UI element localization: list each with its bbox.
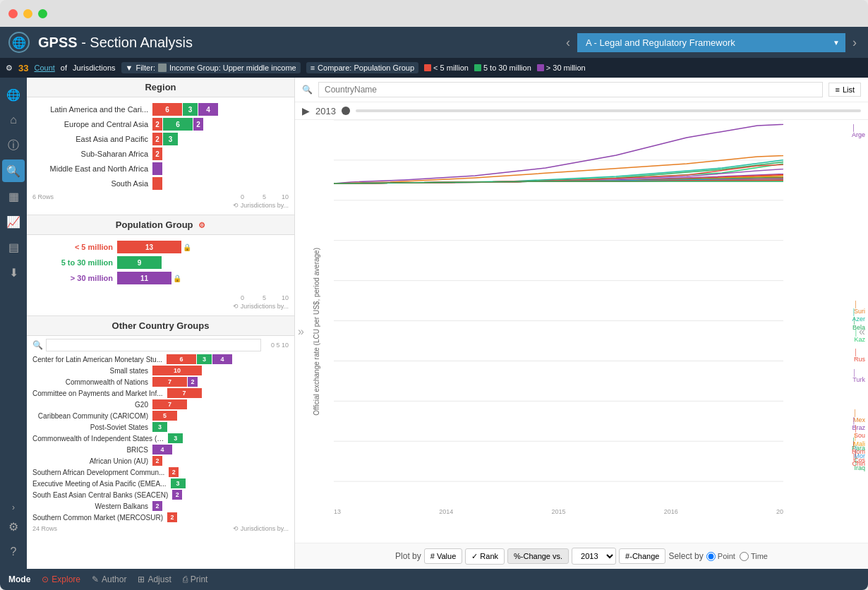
other-bars-1[interactable]: 10 (152, 366, 202, 375)
other-bars-13[interactable]: 2 (152, 501, 162, 511)
other-bar[interactable]: 7 (167, 388, 202, 398)
bar-segment[interactable] (152, 162, 162, 175)
other-bars-3[interactable]: 7 (167, 388, 202, 398)
sidebar-expand-toggle[interactable]: › (12, 502, 15, 512)
other-bar[interactable]: 2 (152, 456, 162, 466)
other-bars-4[interactable]: 7 (152, 399, 187, 409)
sidebar-icon-globe[interactable]: 🌐 (2, 83, 25, 106)
other-bar[interactable]: 2 (169, 467, 179, 477)
bar-segment[interactable]: 2 (193, 118, 203, 131)
other-bars-2[interactable]: 7 2 (152, 377, 198, 387)
bar-segment[interactable]: 6 (163, 118, 193, 131)
section-select-wrap[interactable]: A - Legal and Regulatory Framework (577, 33, 845, 52)
other-bar[interactable]: 6 (167, 354, 196, 364)
other-bar[interactable]: 3 (152, 422, 167, 432)
other-bar[interactable]: 2 (188, 377, 198, 387)
radio-time-input[interactable] (740, 552, 749, 561)
bar-segment[interactable]: 3 (163, 133, 178, 145)
bar-segment[interactable] (152, 177, 162, 190)
region-bars-1[interactable]: 2 6 2 (152, 118, 203, 131)
other-bar[interactable]: 7 (152, 399, 187, 409)
play-button[interactable]: ▶ (302, 105, 310, 116)
other-bar[interactable]: 10 (152, 366, 202, 375)
count-link[interactable]: Count (34, 64, 54, 72)
sidebar-icon-search[interactable]: 🔍 (2, 159, 25, 182)
other-bars-12[interactable]: 2 (172, 490, 182, 500)
sidebar-icon-chart-bar[interactable]: ▦ (2, 185, 25, 207)
other-bar[interactable]: 7 (152, 377, 187, 387)
maximize-button[interactable] (38, 9, 47, 18)
other-bars-11[interactable]: 3 (171, 478, 186, 488)
other-bar[interactable]: 4 (152, 445, 172, 454)
next-section-button[interactable]: › (850, 35, 860, 50)
pop-settings-icon[interactable]: ⚙ (198, 221, 205, 229)
bar-segment[interactable]: 6 (152, 103, 182, 116)
other-bars-0[interactable]: 6 3 4 (167, 354, 232, 364)
pct-change-button[interactable]: %-Change vs. (507, 548, 569, 564)
bar-segment[interactable]: 3 (183, 103, 198, 116)
select-by-radio-group: Point Time (706, 552, 768, 561)
bar-segment[interactable]: 2 (152, 148, 162, 160)
sidebar-icon-chart-line[interactable]: 📈 (2, 210, 25, 233)
sidebar-icon-table[interactable]: ▤ (2, 236, 25, 258)
other-bar[interactable]: 2 (167, 512, 177, 522)
other-bar[interactable]: 2 (152, 501, 162, 511)
other-bars-9[interactable]: 2 (152, 456, 162, 466)
pop-bar-small[interactable]: 13 (117, 241, 181, 253)
other-bar[interactable]: 3 (168, 433, 183, 443)
radio-point-input[interactable] (706, 552, 716, 561)
other-bars-8[interactable]: 4 (152, 445, 172, 454)
minimize-button[interactable] (23, 9, 32, 18)
sidebar-icon-info[interactable]: ⓘ (2, 134, 25, 157)
pop-bar-large[interactable]: 11 (117, 272, 171, 284)
print-mode-button[interactable]: ⎙ Print (183, 574, 208, 584)
other-bar[interactable]: 5 (152, 411, 177, 421)
author-mode-button[interactable]: ✎ Author (92, 574, 126, 584)
sidebar-icon-settings[interactable]: ⚙ (2, 515, 25, 538)
value-button[interactable]: # Value (424, 548, 463, 564)
other-bars-5[interactable]: 5 (152, 411, 177, 421)
section-select[interactable]: A - Legal and Regulatory Framework (577, 33, 845, 52)
y-axis-label: Official exchange rate (LCU per US$, per… (313, 248, 320, 416)
list-item: Southern African Development Commun... 2 (32, 467, 289, 477)
other-bars-14[interactable]: 2 (167, 512, 177, 522)
pop-bars-small: 13 🔒 (117, 241, 289, 253)
radio-time[interactable]: Time (740, 552, 768, 561)
country-search-input[interactable] (318, 82, 823, 97)
bar-segment[interactable]: 2 (152, 118, 162, 131)
region-bars-5[interactable] (152, 177, 162, 190)
chart-scroll-left-icon[interactable]: » (295, 323, 307, 341)
list-button[interactable]: ≡ List (828, 83, 861, 97)
other-search-input[interactable] (46, 339, 261, 351)
radio-point[interactable]: Point (706, 552, 735, 561)
other-bar[interactable]: 3 (171, 478, 186, 488)
adjust-mode-button[interactable]: ⊞ Adjust (138, 574, 171, 584)
explore-mode-button[interactable]: ⊙ Explore (42, 574, 80, 584)
region-bars-2[interactable]: 2 3 (152, 133, 178, 145)
region-bars-0[interactable]: 6 3 4 (152, 103, 218, 116)
region-bars-4[interactable] (152, 162, 162, 175)
other-bar[interactable]: 2 (172, 490, 182, 500)
region-bars-3[interactable]: 2 (152, 148, 162, 160)
other-bar[interactable]: 4 (212, 354, 232, 364)
bar-segment[interactable]: 4 (198, 103, 218, 116)
bar-segment[interactable]: 2 (152, 133, 162, 145)
sidebar-icon-download[interactable]: ⬇ (2, 261, 25, 284)
other-bars-6[interactable]: 3 (152, 422, 167, 432)
timeline-dot[interactable] (342, 107, 350, 115)
pop-lock-icon-large[interactable]: 🔒 (173, 275, 181, 282)
sidebar-icon-home[interactable]: ⌂ (2, 109, 25, 131)
other-bar[interactable]: 3 (197, 354, 212, 364)
timeline-track[interactable] (356, 109, 861, 112)
chart-scroll-right-icon[interactable]: « (856, 323, 868, 341)
rank-button[interactable]: ✓ Rank (465, 548, 505, 565)
other-bars-7[interactable]: 3 (168, 433, 183, 443)
close-button[interactable] (8, 9, 18, 18)
hash-change-button[interactable]: #-Change (619, 548, 665, 564)
pop-lock-icon-small[interactable]: 🔒 (183, 243, 191, 251)
year-select[interactable]: 2013 (572, 548, 616, 565)
prev-section-button[interactable]: ‹ (563, 35, 573, 50)
pop-bar-medium[interactable]: 9 (117, 256, 162, 269)
other-bars-10[interactable]: 2 (169, 467, 179, 477)
sidebar-icon-question[interactable]: ? (2, 541, 25, 563)
